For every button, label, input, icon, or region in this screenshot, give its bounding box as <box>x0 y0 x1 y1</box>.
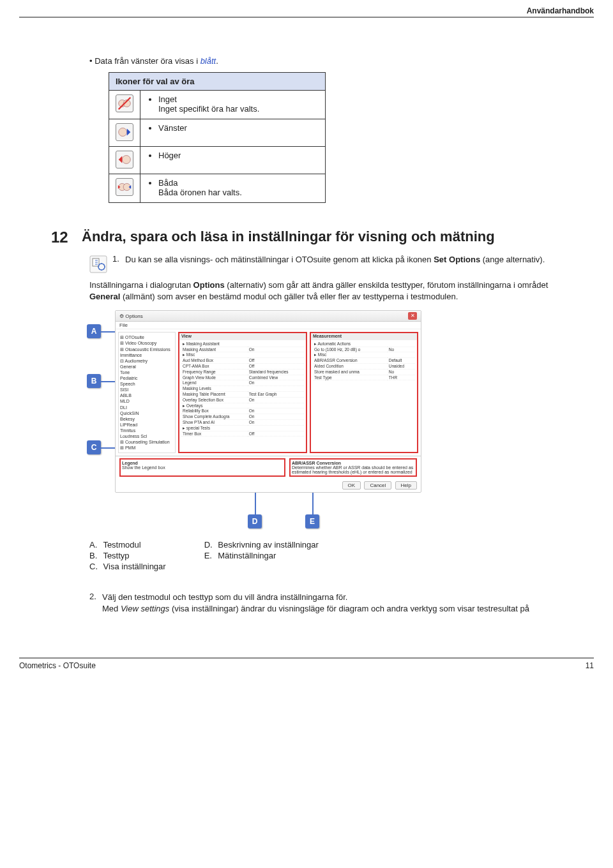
callout-b: B <box>87 374 101 388</box>
header-doc-label: Användarhandbok <box>0 0 613 17</box>
view-panel[interactable]: View ▸ Masking Assistant Masking Assista… <box>178 332 307 453</box>
table-row: IngetInget specifikt öra har valts. <box>109 91 326 119</box>
options-tree[interactable]: ⊞ OTOsuite⊞ Video Otoscopy⊞ Otoacoustic … <box>118 332 176 453</box>
svg-point-3 <box>119 128 127 137</box>
measurement-panel[interactable]: Measurement ▸ Automatic Actions Go to (1… <box>310 332 418 453</box>
help-button[interactable]: Help <box>395 481 417 490</box>
meas-panel-head: Measurement <box>311 333 417 340</box>
intro-suffix: . <box>216 56 218 66</box>
intro-blue: blått <box>201 56 216 66</box>
table-row: Vänster <box>109 119 326 147</box>
intro-line: • Data från vänster öra visas i blått. <box>89 56 562 66</box>
ear-row-title: Vänster <box>158 123 187 133</box>
step-number: 2. <box>89 592 102 601</box>
ear-left-icon <box>116 123 133 141</box>
footer-rule <box>19 657 594 659</box>
step-1-block: 1. Du kan se alla visnings- och mätinstä… <box>89 254 562 273</box>
close-icon[interactable]: ✕ <box>408 312 417 320</box>
step-1-text: Du kan se alla visnings- och mätinställn… <box>125 254 562 266</box>
ear-none-icon <box>116 94 133 112</box>
step-2-block: 2. Välj den testmodul och testtyp som du… <box>89 592 562 615</box>
ear-row-desc: Inget specifikt öra har valts. <box>158 104 259 114</box>
header-rule <box>19 17 594 18</box>
table-row: Höger <box>109 147 326 174</box>
dialog-menubar[interactable]: File <box>116 322 421 329</box>
ok-button[interactable]: OK <box>342 481 361 490</box>
intro-prefix: Data från vänster öra visas i <box>95 56 200 66</box>
section-number: 12 <box>51 228 82 246</box>
section-heading: 12 Ändra, spara och läsa in inställninga… <box>51 228 562 246</box>
callout-e: E <box>305 514 319 528</box>
ear-right-icon <box>116 151 133 168</box>
legend-left-box: Legend Show the Legend box <box>119 458 285 477</box>
section-title: Ändra, spara och läsa in inställningar f… <box>82 228 495 245</box>
table-row: BådaBåda öronen har valts. <box>109 174 326 203</box>
step-number: 1. <box>112 254 125 264</box>
callout-c: C <box>87 440 101 454</box>
callout-a: A <box>87 324 101 338</box>
svg-point-4 <box>122 156 130 164</box>
dialog-title: ⚙ Options <box>119 313 143 319</box>
view-panel-head: View <box>179 333 306 340</box>
paragraph-options-info: Inställningarna i dialogrutan Options (a… <box>89 280 562 303</box>
ear-row-title: Båda <box>158 178 178 188</box>
ear-row-desc: Båda öronen har valts. <box>158 188 242 197</box>
ear-icon-table: Ikoner för val av öra IngetInget specifi… <box>109 72 326 203</box>
step-2-text: Välj den testmodul och testtyp som du vi… <box>102 592 562 615</box>
options-dialog: ⚙ Options ✕ File ⊞ OTOsuite⊞ Video Otosc… <box>115 310 421 493</box>
callout-d: D <box>248 514 262 528</box>
ear-both-icon <box>116 178 133 196</box>
legend-right-box: ABR/ASSR Conversion Determines whether A… <box>289 458 417 477</box>
callout-legend: A. TestmodulB. TesttypC. Visa inställnin… <box>89 540 562 572</box>
footer-left: Otometrics - OTOsuite <box>19 661 96 670</box>
cancel-button[interactable]: Cancel <box>364 481 391 490</box>
ear-row-title: Höger <box>158 151 181 160</box>
options-dialog-screenshot: A B C D E ⚙ Options ✕ File ⊞ OTOsuite⊞ V… <box>89 310 421 531</box>
set-options-icon <box>89 255 107 273</box>
ear-table-header: Ikoner för val av öra <box>109 73 326 91</box>
ear-row-title: Inget <box>158 94 177 104</box>
footer-page: 11 <box>586 661 594 670</box>
dialog-buttons: OK Cancel Help <box>116 479 421 492</box>
